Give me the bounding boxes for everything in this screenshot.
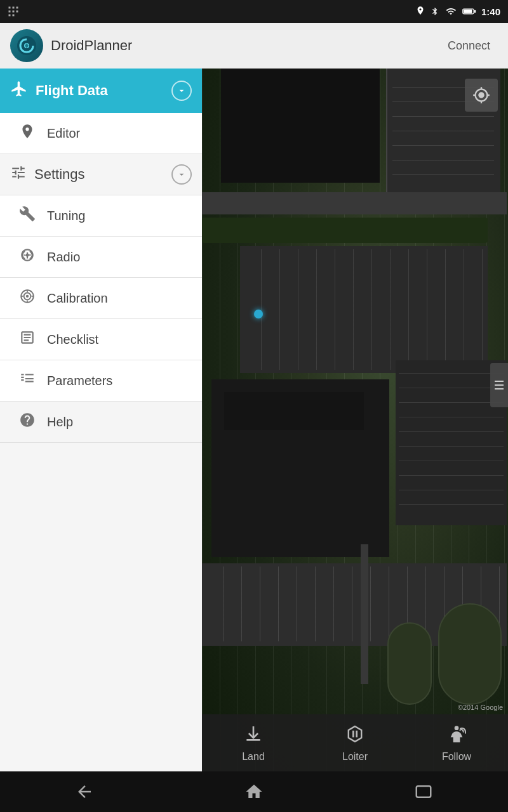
location-crosshair-icon [472,86,490,104]
location-button[interactable] [465,79,498,112]
svg-point-26 [455,726,459,730]
oval-park-1 [438,603,502,705]
sidebar-item-flight-data[interactable]: Flight Data [0,69,202,113]
editor-label: Editor [47,126,80,141]
settings-label: Settings [34,166,164,183]
app-title: DroidPlanner [51,37,132,54]
svg-rect-6 [9,15,11,16]
help-circle-icon [18,412,37,432]
back-icon [75,782,94,801]
svg-rect-1 [13,7,15,9]
help-label: Help [47,415,73,429]
app-logo [10,29,43,62]
land-icon [243,724,264,749]
oval-park-2 [387,622,432,705]
sidebar-item-calibration[interactable]: Calibration [0,278,202,319]
logo-icon [17,36,37,56]
svg-rect-3 [9,11,11,13]
map-action-bar: Land Loiter [202,714,508,771]
flight-data-chevron [171,81,192,101]
parameters-icon [18,370,37,391]
trees-row [202,218,488,243]
svg-rect-7 [13,15,15,16]
sidebar-item-tuning[interactable]: Tuning [0,195,202,237]
walkway-v [361,544,368,684]
loiter-label: Loiter [342,751,368,763]
calibration-label: Calibration [47,291,108,306]
recents-button[interactable] [399,777,448,806]
status-bar: 1:40 [0,0,508,23]
sidebar: Flight Data Editor Settings [0,69,202,771]
map-overlay [202,69,508,771]
home-icon [244,782,264,801]
land-button[interactable]: Land [203,714,304,771]
sidebar-item-parameters[interactable]: Parameters [0,360,202,402]
sidebar-item-settings[interactable]: Settings [0,154,202,195]
status-bar-left-icons [8,6,19,17]
svg-rect-5 [17,11,18,13]
svg-rect-9 [464,10,472,13]
svg-rect-25 [356,730,358,737]
settings-sliders-icon [10,164,27,185]
svg-rect-4 [13,11,15,13]
status-time: 1:40 [481,6,500,17]
map-credit: ©2014 Google [458,704,503,711]
follow-label: Follow [442,751,471,763]
right-panel-toggle[interactable] [490,363,508,407]
land-label: Land [242,751,265,763]
sidebar-item-help[interactable]: Help [0,402,202,443]
home-button[interactable] [229,777,279,806]
editor-pin-icon [18,123,37,143]
radio-icon [18,247,37,267]
location-icon [415,6,425,17]
app-bar: DroidPlanner Connect [0,23,508,69]
grid-icon [8,6,19,17]
recents-icon [414,782,433,801]
svg-rect-27 [416,786,431,797]
app-bar-left: DroidPlanner [10,29,132,62]
loiter-icon [345,724,365,749]
nav-bar [0,771,508,812]
follow-icon [446,724,467,749]
tuning-wrench-icon [18,206,37,226]
connect-button[interactable]: Connect [440,34,498,58]
sidebar-item-checklist[interactable]: Checklist [0,319,202,360]
wifi-icon [444,6,457,16]
map-view[interactable]: ©2014 Google Land Lo [202,69,508,771]
parking-lines-2 [243,249,485,370]
status-bar-right-icons: 1:40 [415,6,500,17]
svg-rect-10 [474,10,476,13]
parameters-label: Parameters [47,374,112,388]
sidebar-item-editor[interactable]: Editor [0,113,202,154]
checklist-label: Checklist [47,332,98,347]
back-button[interactable] [60,777,109,806]
calibration-icon [18,288,37,308]
follow-button[interactable]: Follow [406,714,507,771]
building-detail [224,392,364,430]
airplane-icon [10,80,28,102]
svg-rect-24 [352,730,354,737]
svg-point-16 [26,295,29,298]
radio-label: Radio [47,250,80,265]
flight-data-label: Flight Data [36,82,164,99]
svg-rect-0 [9,7,11,9]
drone-dot [254,310,263,318]
building-1 [221,69,380,183]
parking-lines-3 [399,367,504,519]
tuning-label: Tuning [47,209,85,223]
loiter-button[interactable]: Loiter [304,714,406,771]
road-h [202,192,507,214]
battery-icon [462,7,476,16]
sidebar-item-radio[interactable]: Radio [0,237,202,278]
bluetooth-icon [431,6,439,17]
checklist-icon [18,329,37,350]
svg-point-13 [26,254,29,256]
svg-rect-2 [17,7,18,9]
panel-lines-icon [493,378,505,392]
main-content: Flight Data Editor Settings [0,69,508,771]
settings-chevron [171,164,192,185]
